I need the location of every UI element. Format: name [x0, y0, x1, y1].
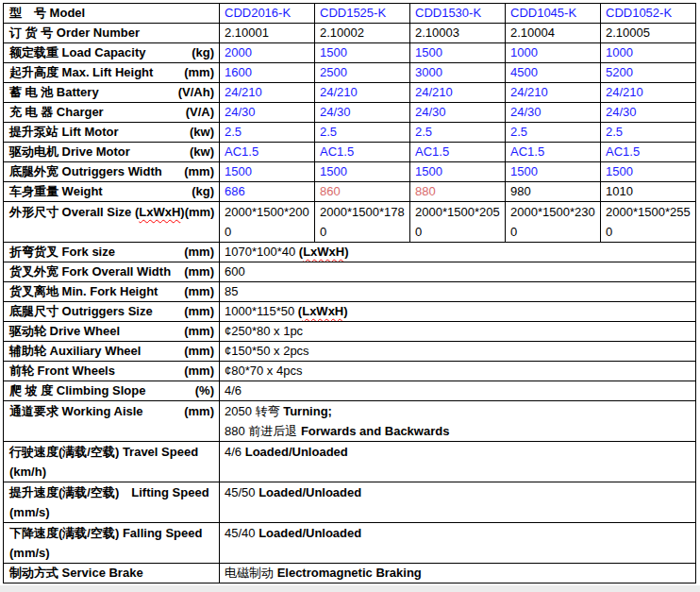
spec-value-cell: 24/30: [220, 103, 315, 123]
spec-value-cell: AC1.5: [410, 143, 506, 162]
text-segment: 起升高度 Max. Lift Height: [9, 65, 153, 79]
spec-value-cell: 2.10003: [410, 24, 506, 43]
row-unit: (mm/s): [9, 502, 214, 522]
text-segment: 货叉离地 Min. Fork Height: [9, 284, 158, 298]
text-segment: Loaded/Unloaded: [245, 445, 348, 459]
row-label-text: 型 号 Model: [9, 4, 85, 23]
text-segment: 1500: [225, 164, 252, 178]
text-segment: 24/210: [320, 85, 358, 99]
page-bottom-margin: [0, 585, 700, 592]
row-label: 货叉离地 Min. Fork Height(mm): [4, 282, 220, 302]
row-unit: (mm): [184, 162, 214, 181]
spec-value-cell: 24/30: [506, 103, 601, 123]
text-segment: 880: [415, 184, 436, 198]
text-segment: 85: [225, 284, 238, 298]
row-label: 额定载重 Load Capacity(kg): [4, 43, 220, 63]
text-segment: 45/50: [225, 485, 258, 499]
row-unit: (kg): [192, 182, 214, 201]
spec-value-cell-merged: 1000*115*50 (LxWxH): [220, 302, 696, 322]
spec-value-cell: 860: [315, 182, 410, 202]
text-segment: Loaded/Unloaded: [258, 485, 361, 499]
text-segment: 1000: [606, 45, 633, 59]
text-segment: 24/30: [225, 105, 256, 119]
row-label: 制动方式 Service Brake: [4, 564, 220, 584]
spec-value-cell: 1500: [315, 162, 410, 182]
table-row: 订 货 号 Order Number2.100012.100022.100032…: [4, 24, 696, 43]
text-segment: 2.10004: [510, 25, 555, 40]
row-label-text: 起升高度 Max. Lift Height: [9, 63, 153, 82]
spec-value-cell-merged: 85: [220, 282, 696, 302]
spec-value-cell: 1000: [506, 43, 601, 63]
text-segment: 1010: [606, 184, 633, 198]
text-segment: 底腿外宽 Outriggers Width: [9, 164, 162, 178]
table-row: 驱动轮 Drive Wheel(mm)¢250*80 x 1pc: [4, 322, 696, 342]
row-unit: (V/A): [186, 103, 214, 122]
value-line: ¢80*70 x 4pcs: [225, 362, 691, 381]
row-unit: (mm): [184, 243, 214, 262]
spec-value-cell: 24/30: [315, 103, 410, 123]
text-segment: 2.5: [606, 125, 623, 139]
row-unit: (mm): [185, 202, 215, 222]
value-line: ¢250*80 x 1pc: [225, 322, 691, 341]
text-segment: 蓄 电 池 Battery: [9, 85, 99, 99]
text-segment: 2050 转弯: [225, 404, 283, 418]
row-label: 底腿尺寸 Outriggers Size(mm): [4, 302, 220, 322]
spec-table: 型 号 ModelCDD2016-KCDD1525-KCDD1530-KCDD1…: [3, 3, 696, 584]
text-segment: 车身重量 Weight: [9, 184, 103, 198]
spec-value-cell: 24/210: [506, 83, 601, 103]
text-segment: 4500: [510, 65, 538, 79]
row-unit: (kw): [190, 143, 214, 161]
text-segment: 电磁制动: [225, 566, 277, 580]
spec-value-cell: 3000: [410, 63, 506, 83]
spec-value-cell: 686: [220, 182, 315, 202]
spec-value-cell: 2000: [220, 43, 315, 63]
text-segment: 辅助轮 Auxiliary Wheel: [9, 344, 141, 358]
text-segment: CDD2016-K: [225, 6, 291, 20]
text-segment: ): [344, 245, 348, 259]
row-label-text: 下降速度(满载/空载) Falling Speed: [9, 523, 202, 543]
spec-value-cell: 1500: [410, 43, 506, 63]
table-row: 提升速度(满载/空载) Lifting Speed(mm/s)45/50 Loa…: [4, 482, 696, 523]
text-segment: 880 前进后退: [225, 424, 301, 438]
document-page: 型 号 ModelCDD2016-KCDD1525-KCDD1530-KCDD1…: [0, 0, 700, 592]
table-row: 货叉外宽 Fork Overall Width(mm)600: [4, 262, 696, 282]
text-segment: 通道要求 Working Aisle: [9, 404, 143, 418]
text-segment: CDD1045-K: [510, 6, 576, 20]
table-row: 货叉离地 Min. Fork Height(mm)85: [4, 282, 696, 302]
spec-value-cell: 1500: [601, 162, 696, 182]
table-row: 蓄 电 池 Battery(V/Ah)24/21024/21024/21024/…: [4, 83, 696, 103]
spec-value-cell: CDD1525-K: [315, 4, 410, 24]
row-label: 驱动轮 Drive Wheel(mm): [4, 322, 220, 342]
spec-value-cell: 2.5: [601, 123, 696, 143]
spec-value-cell: 4500: [506, 63, 601, 83]
table-row: 折弯货叉 Fork size(mm)1070*100*40 (LxWxH): [4, 243, 696, 262]
row-label: 车身重量 Weight(kg): [4, 182, 220, 202]
text-segment: 4/6: [225, 383, 242, 397]
text-segment: Forwards and Backwards: [301, 424, 450, 438]
row-label-text: 货叉外宽 Fork Overall Width: [9, 262, 171, 281]
row-label-text: 提升速度(满载/空载) Lifting Speed: [9, 482, 209, 502]
table-row: 驱动电机 Drive Motor(kw)AC1.5AC1.5AC1.5AC1.5…: [4, 143, 696, 162]
row-label-text: 辅助轮 Auxiliary Wheel: [9, 342, 141, 361]
row-label-text: 订 货 号 Order Number: [9, 24, 140, 42]
text-segment: 3000: [415, 65, 442, 79]
row-label: 提升速度(满载/空载) Lifting Speed(mm/s): [4, 482, 220, 523]
row-label: 爬 坡 度 Climbing Slope(%): [4, 381, 220, 401]
text-segment: 提升泵站 Lift Motor: [9, 125, 119, 139]
row-unit: (%): [195, 381, 214, 400]
text-segment: 1500: [606, 164, 633, 178]
row-label: 起升高度 Max. Lift Height(mm): [4, 63, 220, 83]
text-segment: ¢150*50 x 2pcs: [225, 344, 309, 358]
text-segment: 2000*1500*2050: [415, 205, 500, 239]
spec-value-cell-merged: 45/50 Loaded/Unloaded: [220, 482, 696, 523]
spec-table-body: 型 号 ModelCDD2016-KCDD1525-KCDD1530-KCDD1…: [4, 4, 696, 584]
text-segment: 2.5: [510, 125, 527, 139]
text-segment: 2000*1500*2000: [225, 205, 309, 239]
text-segment: 860: [320, 184, 341, 198]
spec-value-cell-merged: ¢80*70 x 4pcs: [220, 362, 696, 381]
spec-value-cell: 1000: [601, 43, 696, 63]
row-unit: (km/h): [9, 462, 214, 482]
text-segment: Electromagnetic Braking: [277, 566, 422, 580]
spec-value-cell: 2.10004: [506, 24, 601, 43]
row-label: 前轮 Front Wheels(mm): [4, 362, 220, 381]
